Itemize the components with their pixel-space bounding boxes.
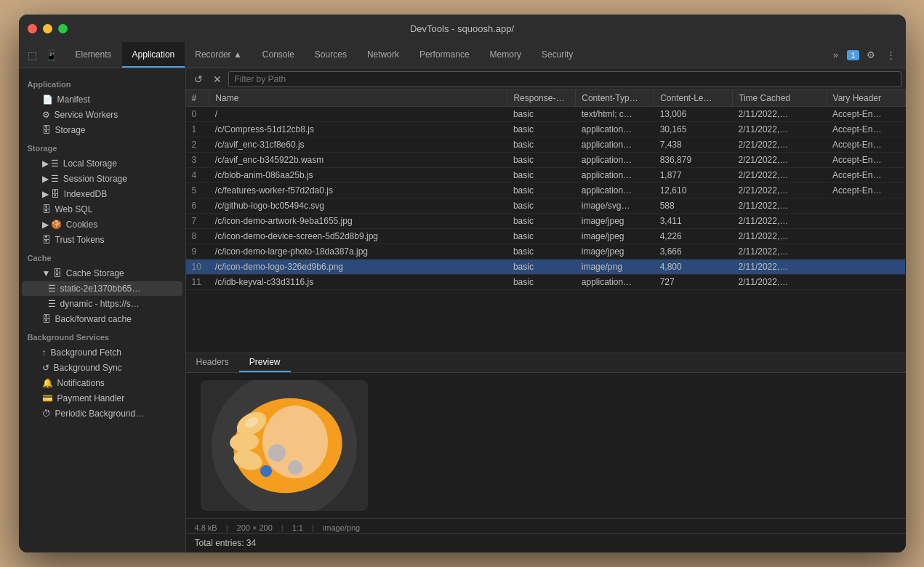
sidebar-item-cookies[interactable]: ▶ 🍪 Cookies — [22, 217, 182, 232]
table-row[interactable]: 9/c/icon-demo-large-photo-18da387a.jpgba… — [186, 244, 906, 260]
settings-icon[interactable]: ⚙ — [862, 47, 880, 64]
cell-data: 2/11/2022,… — [733, 198, 827, 214]
cell-name: /c/blob-anim-086aa25b.js — [209, 168, 507, 183]
sidebar-item-websql[interactable]: 🗄 Web SQL — [22, 202, 182, 217]
sidebar-item-payment-handler[interactable]: 💳 Payment Handler — [22, 391, 182, 406]
tab-recorder[interactable]: Recorder ▲ — [185, 42, 252, 68]
cell-data — [827, 244, 905, 260]
more-tabs-button[interactable]: » — [827, 47, 844, 64]
cache-table: # Name Response-… Content-Typ… Content-L… — [186, 90, 906, 290]
col-vary: Vary Header — [827, 90, 905, 107]
col-num: # — [186, 90, 209, 107]
cell-data: basic — [507, 244, 576, 260]
cache-dynamic-icon: ☰ — [48, 299, 56, 309]
periodic-bg-icon: ⏱ — [42, 409, 51, 419]
image-preview — [201, 380, 368, 511]
cell-data: 2/11/2022,… — [733, 122, 827, 137]
cell-data: 4,800 — [654, 260, 733, 275]
cell-name: / — [209, 107, 507, 122]
maximize-button[interactable] — [58, 24, 68, 33]
table-row[interactable]: 1/c/Compress-51d12cb8.jsbasicapplication… — [186, 122, 906, 137]
cell-data: 2/21/2022,… — [733, 153, 827, 168]
storage-top-icon: 🗄 — [42, 125, 51, 135]
cell-data: basic — [507, 260, 576, 275]
cell-data — [827, 229, 905, 244]
tabbar-icons: ⬚ 📱 — [25, 42, 65, 68]
tab-memory[interactable]: Memory — [480, 42, 531, 68]
table-row[interactable]: 5/c/features-worker-f57d2da0.jsbasicappl… — [186, 183, 906, 198]
sidebar-item-periodic-bg[interactable]: ⏱ Periodic Background… — [22, 406, 182, 421]
tab-console[interactable]: Console — [252, 42, 305, 68]
table-row[interactable]: 3/c/avif_enc-b345922b.wasmbasicapplicati… — [186, 153, 906, 168]
table-row[interactable]: 4/c/blob-anim-086aa25b.jsbasicapplicatio… — [186, 168, 906, 183]
cell-num: 9 — [186, 244, 209, 260]
cell-data: basic — [507, 275, 576, 290]
cell-data: 13,006 — [654, 107, 733, 122]
sidebar-item-service-workers[interactable]: ⚙ Service Workers — [22, 108, 182, 122]
cursor-icon[interactable]: ⬚ — [25, 47, 41, 63]
sidebar-item-bfcache[interactable]: 🗄 Back/forward cache — [22, 312, 182, 326]
cell-data: 2/11/2022,… — [733, 229, 827, 244]
table-row[interactable]: 2/c/avif_enc-31cf8e60.jsbasicapplication… — [186, 137, 906, 153]
tab-network[interactable]: Network — [357, 42, 409, 68]
close-button[interactable] — [28, 24, 37, 33]
table-row[interactable]: 11/c/idb-keyval-c33d3116.jsbasicapplicat… — [186, 275, 906, 290]
sidebar-item-cache-dynamic[interactable]: ☰ dynamic - https://s… — [22, 297, 182, 311]
cell-data: 2/11/2022,… — [733, 275, 827, 290]
filter-input[interactable] — [228, 71, 901, 87]
tab-preview[interactable]: Preview — [239, 353, 291, 372]
cell-data: 727 — [654, 275, 733, 290]
cell-data: application… — [576, 137, 654, 153]
cell-data — [827, 214, 905, 229]
cell-data: text/html; c… — [576, 107, 654, 122]
sidebar-item-notifications[interactable]: 🔔 Notifications — [22, 376, 182, 390]
tab-sources[interactable]: Sources — [305, 42, 357, 68]
cell-data: basic — [507, 183, 576, 198]
squoosh-logo-svg — [212, 380, 357, 511]
sidebar-item-bg-fetch[interactable]: ↑ Background Fetch — [22, 345, 182, 360]
cell-data — [827, 275, 905, 290]
cell-data: 30,165 — [654, 122, 733, 137]
tab-performance[interactable]: Performance — [409, 42, 480, 68]
sidebar-item-trust-tokens[interactable]: 🗄 Trust Tokens — [22, 233, 182, 247]
cell-data: basic — [507, 122, 576, 137]
cell-num: 11 — [186, 275, 209, 290]
cell-data: 3,411 — [654, 214, 733, 229]
sidebar-item-cache-static[interactable]: ☰ static-2e1370bb65… — [22, 281, 182, 296]
sidebar-item-storage-top[interactable]: 🗄 Storage — [22, 123, 182, 137]
table-row[interactable]: 10/c/icon-demo-logo-326ed9b6.pngbasicima… — [186, 260, 906, 275]
refresh-button[interactable]: ↺ — [190, 71, 206, 87]
table-row[interactable]: 6/c/github-logo-bc05494c.svgbasicimage/s… — [186, 198, 906, 214]
sidebar-item-cache-storage[interactable]: ▼ 🗄 Cache Storage — [22, 266, 182, 281]
tab-application[interactable]: Application — [122, 42, 185, 68]
cell-data: Accept-En… — [827, 168, 905, 183]
image-dimensions: 200 × 200 — [237, 523, 273, 532]
cell-data: image/svg… — [576, 198, 654, 214]
sidebar-item-session-storage[interactable]: ▶ ☰ Session Storage — [22, 172, 182, 186]
table-row[interactable]: 0/basictext/html; c…13,0062/11/2022,…Acc… — [186, 107, 906, 122]
table-row[interactable]: 7/c/icon-demo-artwork-9eba1655.jpgbasici… — [186, 214, 906, 229]
minimize-button[interactable] — [43, 24, 52, 33]
sidebar-item-bg-sync[interactable]: ↺ Background Sync — [22, 361, 182, 375]
cell-data: 2/11/2022,… — [733, 107, 827, 122]
tab-elements[interactable]: Elements — [65, 42, 122, 68]
cell-data — [827, 198, 905, 214]
cell-data: 2/21/2022,… — [733, 168, 827, 183]
sidebar-item-local-storage[interactable]: ▶ ☰ Local Storage — [22, 156, 182, 171]
clear-button[interactable]: ✕ — [209, 71, 225, 87]
image-size: 4.8 kB — [195, 523, 217, 532]
device-icon[interactable]: 📱 — [44, 47, 60, 63]
tab-headers[interactable]: Headers — [186, 353, 239, 372]
col-content-length: Content-Le… — [654, 90, 733, 107]
sidebar-item-indexeddb[interactable]: ▶ 🗄 IndexedDB — [22, 187, 182, 201]
sidebar-item-manifest[interactable]: 📄 Manifest — [22, 92, 182, 107]
tab-security[interactable]: Security — [531, 42, 583, 68]
tabbar-right: » 1 ⚙ ⋮ — [827, 42, 905, 68]
preview-tabs: Headers Preview — [186, 353, 906, 373]
cell-data: image/jpeg — [576, 229, 654, 244]
sidebar: Application 📄 Manifest ⚙ Service Workers… — [19, 68, 186, 552]
col-content-type: Content-Typ… — [576, 90, 654, 107]
more-options-icon[interactable]: ⋮ — [883, 47, 900, 64]
table-row[interactable]: 8/c/icon-demo-device-screen-5d52d8b9.jpg… — [186, 229, 906, 244]
cell-data: Accept-En… — [827, 137, 905, 153]
